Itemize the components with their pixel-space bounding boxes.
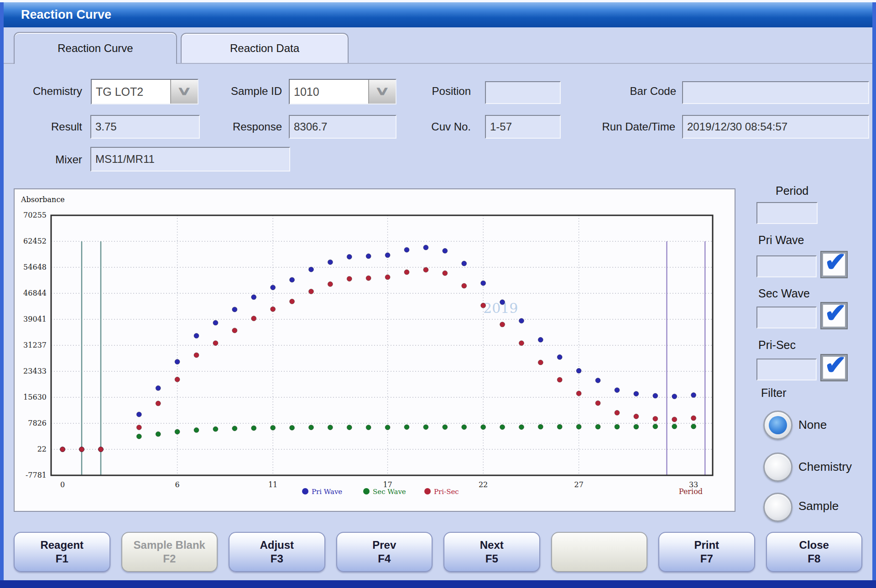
chemistry-value: TG LOT2	[92, 80, 170, 104]
data-point	[481, 425, 486, 430]
data-point	[538, 337, 543, 342]
data-point	[576, 391, 581, 396]
data-point	[290, 277, 295, 282]
chemistry-dropdown-button[interactable]: ∨	[170, 80, 198, 104]
data-point	[462, 261, 467, 266]
data-point	[634, 414, 639, 419]
sec-wave-checkbox[interactable]: ✔	[821, 303, 847, 328]
next-button[interactable]: Next F5	[443, 532, 540, 572]
data-point	[423, 245, 428, 250]
pri-sec-label: Pri-Sec	[758, 338, 796, 352]
sample-id-label: Sample ID	[205, 85, 282, 98]
pri-wave-checkbox[interactable]: ✔	[821, 252, 847, 277]
data-point	[347, 276, 352, 281]
pri-wave-field[interactable]	[756, 255, 817, 277]
button-label: Adjust	[260, 538, 294, 552]
prev-button[interactable]: Prev F4	[336, 532, 433, 572]
data-point	[79, 447, 84, 452]
data-point	[175, 359, 180, 364]
data-point	[557, 377, 562, 382]
button-label: Sample Blank	[134, 538, 205, 552]
chevron-down-icon: ∨	[177, 84, 192, 98]
data-point	[213, 427, 218, 432]
data-point	[443, 425, 448, 430]
filter-radio-sample[interactable]	[763, 493, 793, 522]
reagent-button[interactable]: Reagent F1	[14, 532, 110, 572]
data-point	[385, 253, 390, 258]
data-point	[194, 353, 199, 358]
cuv-no-field[interactable]: 1-57	[485, 115, 561, 139]
svg-text:22: 22	[479, 480, 488, 489]
data-point	[175, 377, 180, 382]
data-point	[308, 289, 313, 294]
filter-label: Filter	[761, 386, 787, 400]
data-point	[308, 267, 313, 272]
svg-text:-7781: -7781	[26, 471, 47, 479]
pri-sec-field[interactable]	[756, 359, 817, 380]
reaction-curve-chart: 7025562452546484684439041312372343315630…	[14, 188, 735, 512]
response-field[interactable]: 8306.7	[289, 115, 396, 139]
bar-code-field[interactable]	[682, 81, 869, 104]
data-point	[595, 378, 600, 383]
button-label: Next	[480, 538, 504, 552]
button-key: F8	[808, 552, 820, 566]
checkmark-icon: ✔	[824, 246, 847, 277]
filter-radio-chemistry[interactable]	[763, 453, 793, 482]
svg-text:11: 11	[268, 480, 277, 489]
data-point	[691, 416, 696, 421]
print-button[interactable]: Print F7	[658, 532, 755, 572]
period-field[interactable]	[756, 202, 818, 224]
data-point	[519, 425, 524, 430]
period-label: Period	[776, 184, 808, 198]
data-point	[481, 281, 486, 286]
data-point	[232, 426, 237, 431]
data-point	[366, 425, 371, 430]
pri-sec-checkbox[interactable]: ✔	[821, 355, 847, 380]
checkmark-icon: ✔	[824, 349, 847, 380]
blank-button	[551, 532, 648, 572]
data-point	[366, 276, 371, 281]
data-point	[615, 388, 620, 393]
close-button[interactable]: Close F8	[766, 532, 863, 572]
svg-text:0: 0	[60, 480, 65, 489]
data-point	[423, 425, 428, 430]
adjust-button[interactable]: Adjust F3	[229, 532, 325, 572]
result-field[interactable]: 3.75	[90, 115, 200, 139]
mixer-field[interactable]: MS11/MR11	[90, 147, 290, 172]
data-point	[194, 333, 199, 338]
tab-label: Reaction Curve	[57, 42, 133, 55]
data-point	[308, 425, 313, 430]
filter-option-none-label: None	[798, 418, 827, 432]
tab-reaction-curve[interactable]: Reaction Curve	[14, 32, 177, 64]
position-field[interactable]	[485, 81, 561, 104]
sample-id-value: 1010	[290, 80, 368, 104]
button-key: F2	[163, 552, 176, 566]
data-point	[156, 401, 161, 406]
filter-radio-none[interactable]	[763, 411, 793, 440]
sample-id-dropdown-button[interactable]: ∨	[368, 80, 396, 104]
svg-text:31237: 31237	[23, 341, 47, 349]
run-datetime-field[interactable]: 2019/12/30 08:54:57	[682, 115, 869, 139]
svg-text:62452: 62452	[23, 237, 47, 245]
data-point	[672, 417, 677, 422]
data-point	[576, 368, 581, 373]
data-point	[538, 424, 543, 429]
data-point	[519, 341, 524, 346]
button-label: Prev	[372, 538, 396, 552]
sample-id-dropdown[interactable]: 1010 ∨	[289, 79, 396, 104]
button-key: F7	[700, 552, 713, 566]
data-point	[443, 271, 448, 276]
data-point	[347, 425, 352, 430]
sec-wave-field[interactable]	[756, 307, 817, 328]
data-point	[136, 412, 141, 417]
svg-text:Sec Wave: Sec Wave	[373, 488, 406, 496]
data-point	[443, 248, 448, 253]
data-point	[404, 425, 409, 430]
bar-code-label: Bar Code	[598, 85, 676, 98]
window-title: Reaction Curve	[4, 2, 872, 27]
tab-reaction-data[interactable]: Reaction Data	[181, 33, 349, 63]
button-label: Print	[694, 538, 719, 552]
chemistry-dropdown[interactable]: TG LOT2 ∨	[91, 79, 198, 104]
svg-text:70255: 70255	[23, 211, 47, 219]
data-point	[615, 424, 620, 429]
